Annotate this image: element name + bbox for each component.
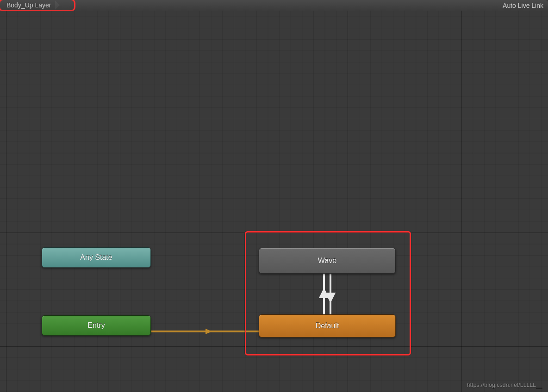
auto-live-link-button[interactable]: Auto Live Link: [503, 2, 545, 9]
breadcrumb-label: Body_Up Layer: [6, 1, 51, 9]
node-default-label: Default: [316, 322, 339, 330]
node-any-state-label: Any State: [80, 253, 112, 262]
node-any-state[interactable]: Any State: [42, 247, 151, 268]
node-entry[interactable]: Entry: [42, 315, 151, 336]
node-entry-label: Entry: [87, 321, 105, 330]
watermark-text: https://blog.csdn.net/LLLLL__: [467, 382, 542, 388]
node-wave[interactable]: Wave: [259, 248, 396, 274]
node-wave-label: Wave: [318, 257, 336, 265]
node-default[interactable]: Default: [259, 314, 396, 337]
auto-live-link-label: Auto Live Link: [503, 2, 543, 9]
breadcrumb-layer[interactable]: Body_Up Layer: [3, 0, 60, 10]
toolbar: Body_Up Layer Auto Live Link: [0, 0, 548, 11]
